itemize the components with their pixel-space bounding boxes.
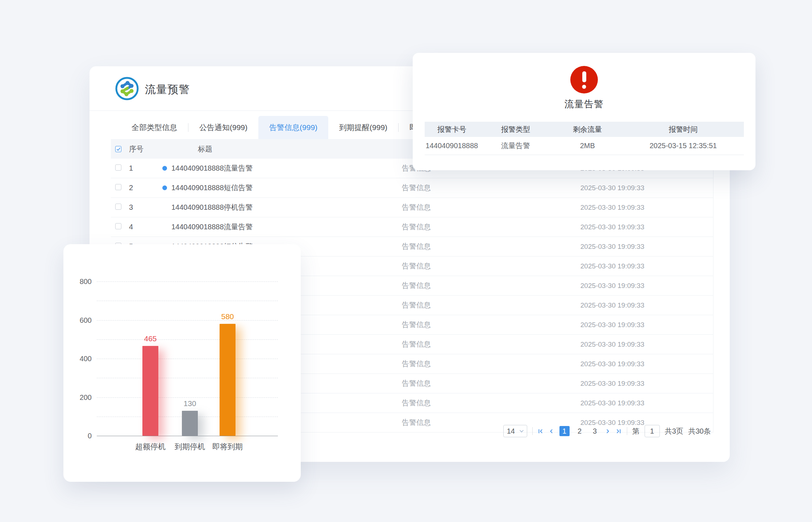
table-row[interactable]: 31440409018888停机告警告警信息2025-03-30 19:09:3… — [111, 198, 713, 217]
page-button-3[interactable]: 3 — [590, 426, 600, 436]
exclamation-circle-icon — [570, 66, 598, 93]
row-type: 告警信息 — [373, 359, 460, 369]
row-time: 2025-03-30 19:09:33 — [558, 184, 667, 192]
chart-bar-2 — [182, 411, 198, 436]
index-column-header: 序号 — [121, 144, 159, 154]
col-alert-type: 报警类型 — [479, 125, 553, 134]
row-title: 1440409018888停机告警 — [170, 202, 373, 212]
pager-divider — [532, 427, 533, 435]
x-axis-line — [97, 436, 278, 436]
screen: 流量预警 全部类型信息公告通知(999)告警信息(999)到期提醒(999)即时… — [0, 0, 812, 522]
row-type: 告警信息 — [373, 320, 460, 330]
row-time: 2025-03-30 19:09:33 — [558, 204, 667, 212]
page-size-value: 14 — [507, 427, 515, 435]
row-time: 2025-03-30 19:09:33 — [558, 380, 667, 388]
row-index: 2 — [121, 184, 159, 192]
row-type: 告警信息 — [373, 379, 460, 388]
row-time: 2025-03-30 19:09:33 — [558, 301, 667, 309]
y-axis-tick-label: 400 — [70, 355, 92, 363]
chart-gridline — [97, 397, 278, 398]
remaining-data-value: 2MB — [552, 142, 622, 150]
row-checkbox[interactable] — [115, 223, 121, 229]
chart-bar-1 — [142, 346, 158, 436]
page-jump-input[interactable]: 1 — [645, 425, 660, 437]
bar-value-label: 130 — [174, 399, 206, 408]
row-type: 告警信息 — [373, 261, 460, 271]
check-icon — [116, 147, 121, 151]
row-type: 告警信息 — [373, 300, 460, 310]
total-count-label: 共30条 — [688, 426, 711, 436]
checkbox-cell — [115, 164, 121, 172]
chart-card: 0200400600800465超额停机130到期停机580即将到期 — [63, 244, 301, 482]
row-type: 告警信息 — [373, 339, 460, 349]
chart-gridline — [97, 301, 278, 301]
chart-gridline — [97, 378, 278, 378]
table-row[interactable]: 41440409018888流量告警告警信息2025-03-30 19:09:3… — [111, 217, 713, 237]
row-time: 2025-03-30 19:09:33 — [558, 223, 667, 231]
row-type: 告警信息 — [373, 242, 460, 251]
y-axis-tick-label: 800 — [70, 277, 92, 286]
row-time: 2025-03-30 19:09:33 — [558, 341, 667, 348]
chart-gridline — [97, 359, 278, 359]
bar-value-label: 580 — [211, 312, 244, 321]
row-index: 1 — [121, 164, 159, 172]
popup-table: 报警卡号 报警类型 剩余流量 报警时间 1440409018888 流量告警 2… — [425, 122, 744, 155]
bar-value-label: 465 — [134, 334, 167, 343]
first-page-button[interactable] — [538, 428, 544, 434]
chart-gridline — [97, 320, 278, 321]
tab-2[interactable]: 公告通知(999) — [188, 116, 258, 139]
col-card-number: 报警卡号 — [425, 125, 479, 134]
last-page-button[interactable] — [616, 428, 622, 434]
table-row[interactable]: 21440409018888短信告警告警信息2025-03-30 19:09:3… — [111, 178, 713, 198]
alert-type-value: 流量告警 — [479, 141, 553, 151]
row-time: 2025-03-30 19:09:33 — [558, 399, 667, 407]
row-type: 告警信息 — [373, 222, 460, 232]
row-time: 2025-03-30 19:09:33 — [558, 360, 667, 368]
row-type: 告警信息 — [373, 202, 460, 212]
unread-dot-icon — [162, 185, 167, 190]
page-size-select[interactable]: 14 — [503, 425, 527, 437]
popup-table-header: 报警卡号 报警类型 剩余流量 报警时间 — [425, 122, 744, 137]
checkbox-cell — [115, 203, 121, 212]
page-title: 流量预警 — [145, 82, 190, 97]
page-button-1[interactable]: 1 — [559, 426, 570, 436]
checkbox-cell — [115, 184, 121, 192]
prev-page-button[interactable] — [549, 428, 554, 434]
tab-1[interactable]: 全部类型信息 — [121, 116, 188, 139]
row-time: 2025-03-30 19:09:33 — [558, 243, 667, 251]
title-column-header: 标题 — [170, 144, 373, 154]
chart-gridline — [97, 339, 278, 340]
row-time: 2025-03-30 19:09:33 — [558, 282, 667, 290]
y-axis-tick-label: 0 — [70, 432, 92, 440]
checkbox-cell — [115, 223, 121, 231]
row-type: 告警信息 — [373, 398, 460, 408]
row-index: 4 — [121, 223, 159, 231]
chart-bar-3 — [220, 324, 236, 436]
col-remaining-data: 剩余流量 — [552, 125, 622, 134]
tab-4[interactable]: 到期提醒(999) — [328, 116, 398, 139]
row-title: 1440409018888流量告警 — [170, 163, 373, 173]
next-page-button[interactable] — [605, 428, 611, 434]
select-all-checkbox[interactable] — [115, 146, 121, 152]
table-right-border — [713, 139, 713, 433]
traffic-alert-popup: 流量告警 报警卡号 报警类型 剩余流量 报警时间 1440409018888 流… — [413, 53, 755, 170]
row-checkbox[interactable] — [115, 164, 121, 171]
pager-divider — [627, 427, 627, 435]
row-checkbox[interactable] — [115, 204, 121, 210]
row-type: 告警信息 — [373, 418, 460, 427]
alert-time-value: 2025-03-15 12:35:51 — [622, 142, 744, 150]
y-axis-tick-label: 600 — [70, 316, 92, 324]
row-type: 告警信息 — [373, 183, 460, 193]
row-type: 告警信息 — [373, 281, 460, 291]
unread-dot-cell — [159, 166, 170, 171]
page-button-2[interactable]: 2 — [575, 426, 585, 436]
card-number-value: 1440409018888 — [425, 142, 479, 150]
pagination: 14 123 第 1 共3页 共30条 — [503, 425, 711, 438]
popup-table-row: 1440409018888 流量告警 2MB 2025-03-15 12:35:… — [425, 137, 744, 155]
row-title: 1440409018888短信告警 — [170, 183, 373, 193]
unread-dot-cell — [159, 185, 170, 190]
tab-3[interactable]: 告警信息(999) — [258, 116, 328, 139]
row-index: 3 — [121, 203, 159, 212]
row-checkbox[interactable] — [115, 184, 121, 190]
unread-dot-icon — [162, 166, 167, 171]
